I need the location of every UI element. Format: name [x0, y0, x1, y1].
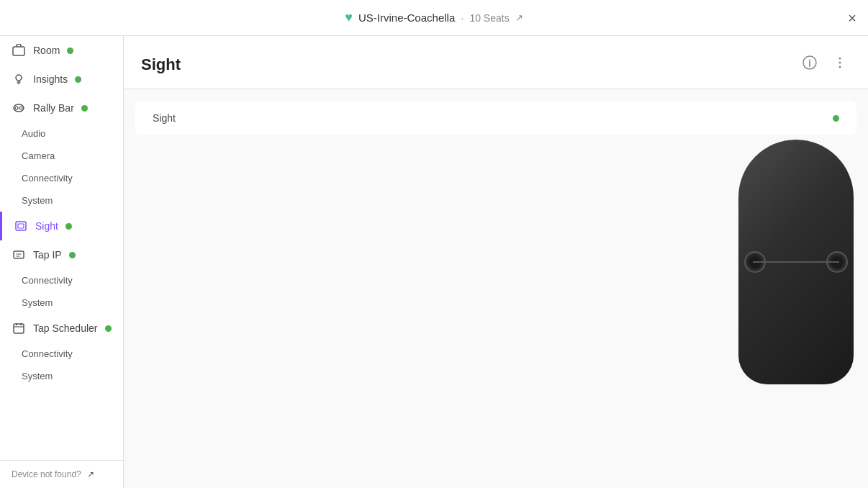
connectivity-sched-label: Connectivity: [22, 348, 73, 359]
sidebar-item-room[interactable]: Room: [0, 36, 123, 65]
tap-scheduler-status-dot: [105, 325, 112, 332]
sidebar-item-sight[interactable]: Sight: [0, 212, 123, 240]
svg-point-4: [19, 107, 22, 109]
sidebar-subitem-connectivity-tap[interactable]: Connectivity: [0, 269, 123, 292]
tap-icon: [12, 248, 26, 262]
camera-strip: [753, 261, 839, 263]
room-label: Room: [33, 45, 60, 56]
camera-label: Camera: [22, 150, 55, 161]
sidebar-subitem-connectivity-rb[interactable]: Connectivity: [0, 167, 123, 189]
sidebar-item-tap-ip[interactable]: Tap IP: [0, 240, 123, 269]
content-area: Sight Sight: [124, 36, 868, 488]
connectivity-tap-label: Connectivity: [22, 275, 73, 286]
sidebar: Room Insights Rally Bar: [0, 36, 124, 488]
tap-ip-label: Tap IP: [33, 249, 62, 261]
sight-device-label: Sight: [153, 112, 176, 124]
svg-rect-10: [20, 323, 22, 325]
rally-bar-status-dot: [81, 105, 88, 112]
camera-device-image: [738, 140, 854, 384]
camera-image-area: [724, 36, 868, 488]
sidebar-subitem-audio[interactable]: Audio: [0, 122, 123, 145]
svg-rect-8: [14, 324, 24, 333]
room-icon: [12, 43, 26, 58]
insights-label: Insights: [33, 73, 68, 85]
logo-icon: ♥: [345, 10, 353, 25]
svg-rect-0: [13, 47, 24, 55]
seats-label: 10 Seats: [469, 12, 509, 24]
svg-rect-5: [16, 222, 26, 230]
room-status-dot: [67, 48, 73, 54]
tap-scheduler-label: Tap Scheduler: [33, 322, 98, 334]
system-sched-label: System: [22, 371, 53, 381]
system-rb-label: System: [22, 195, 53, 206]
close-button[interactable]: ×: [848, 9, 856, 26]
bulb-icon: [12, 72, 26, 86]
sidebar-subitem-system-tap[interactable]: System: [0, 292, 123, 314]
room-name: US-Irvine-Coachella: [358, 12, 455, 24]
system-tap-label: System: [22, 297, 53, 308]
device-not-found-link-icon[interactable]: ↗: [87, 469, 94, 479]
page-title: Sight: [141, 55, 181, 74]
sidebar-item-tap-scheduler[interactable]: Tap Scheduler: [0, 314, 123, 343]
device-not-found-label: Device not found?: [12, 469, 81, 479]
rally-bar-label: Rally Bar: [33, 102, 74, 114]
sidebar-subitem-camera[interactable]: Camera: [0, 145, 123, 167]
connectivity-rb-label: Connectivity: [22, 173, 73, 184]
sidebar-bottom: Device not found? ↗: [0, 460, 123, 488]
sidebar-item-insights[interactable]: Insights: [0, 65, 123, 94]
audio-label: Audio: [22, 128, 45, 139]
svg-point-3: [15, 107, 18, 109]
sidebar-item-rally-bar[interactable]: Rally Bar: [0, 94, 123, 122]
svg-rect-6: [18, 224, 24, 228]
svg-point-1: [16, 75, 22, 81]
svg-rect-7: [14, 251, 24, 258]
insights-status-dot: [75, 76, 81, 83]
sight-icon: [14, 219, 28, 233]
main-layout: Room Insights Rally Bar: [0, 36, 868, 488]
header-title: ♥ US-Irvine-Coachella · 10 Seats ↗: [345, 10, 523, 25]
header-dot: ·: [461, 12, 464, 24]
edit-icon[interactable]: ↗: [515, 12, 523, 23]
sidebar-subitem-connectivity-sched[interactable]: Connectivity: [0, 343, 123, 365]
sidebar-subitem-system-rb[interactable]: System: [0, 189, 123, 212]
scheduler-icon: [12, 321, 26, 335]
sidebar-subitem-system-sched[interactable]: System: [0, 365, 123, 387]
tap-ip-status-dot: [69, 252, 76, 258]
header: ♥ US-Irvine-Coachella · 10 Seats ↗ ×: [0, 0, 868, 36]
sight-status-dot: [65, 223, 72, 230]
sight-label: Sight: [35, 220, 58, 232]
rally-bar-icon: [12, 101, 26, 115]
svg-rect-9: [16, 323, 17, 325]
